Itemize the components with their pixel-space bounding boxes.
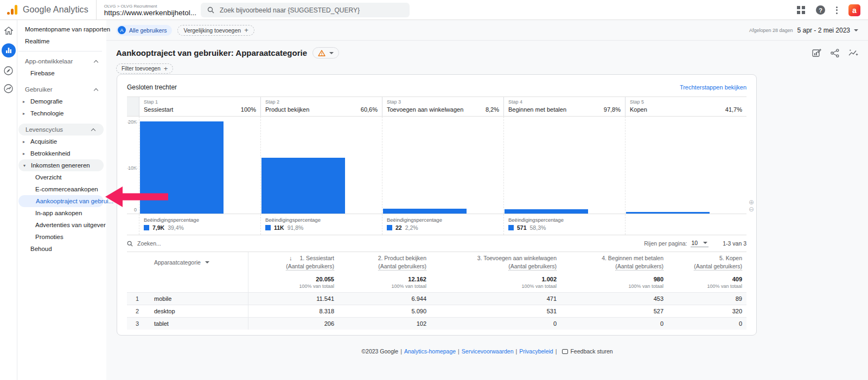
- sidebar-item-publisher-ads[interactable]: Advertenties van uitgever: [18, 219, 106, 231]
- feedback-icon: [562, 349, 568, 354]
- funnel-column: [382, 117, 503, 214]
- ga-home-link[interactable]: Google Analytics: [0, 0, 96, 20]
- abandonment-cell-empty: [625, 214, 746, 235]
- sidebar-item-retention[interactable]: Behoud: [18, 243, 106, 255]
- column-header[interactable]: 5. Kopen(Aantal gebruikers): [669, 252, 748, 273]
- account-breadcrumb: OLVG > OLVG Recruitment: [104, 4, 205, 9]
- funnel-bar[interactable]: [626, 212, 710, 214]
- zoom-in-icon[interactable]: ⊕: [749, 199, 754, 205]
- abandonment-cell: Beëindigingspercentage 11K91,8%: [260, 214, 382, 235]
- sidebar: Momentopname van rapporten Realtime App-…: [0, 20, 106, 380]
- terms-link[interactable]: Servicevoorwaarden: [462, 348, 514, 355]
- sidebar-section-user[interactable]: Gebruiker: [18, 83, 106, 95]
- legend-swatch: [144, 225, 149, 230]
- dimension-header[interactable]: Apparaatcategorie: [127, 252, 248, 273]
- data-quality-indicator[interactable]: [312, 47, 339, 59]
- zoom-out-icon[interactable]: ⊖: [749, 207, 754, 212]
- analytics-home-link[interactable]: Analytics-homepage: [404, 348, 456, 355]
- privacy-link[interactable]: Privacybeleid: [519, 348, 553, 355]
- table-search-input[interactable]: [137, 240, 246, 247]
- rows-per-page-label: Rijen per pagina:: [644, 240, 687, 247]
- share-icon[interactable]: [831, 49, 839, 57]
- home-icon[interactable]: [4, 27, 13, 35]
- chevron-down-icon: [854, 29, 858, 31]
- annotation-arrow: [104, 185, 169, 209]
- sidebar-item-demographics[interactable]: ▸Demografie: [18, 95, 106, 107]
- legend-swatch: [387, 225, 392, 230]
- sidebar-item-ecommerce-purchases[interactable]: E-commerceaankopen: [18, 183, 106, 195]
- topbar: Google Analytics OLVG > OLVG Recruitment…: [0, 0, 868, 20]
- column-header[interactable]: 3. Toevoegen aan winkelwagen(Aantal gebr…: [432, 252, 562, 273]
- account-switcher[interactable]: OLVG > OLVG Recruitment https://www.werk…: [97, 3, 208, 17]
- send-feedback-link[interactable]: Feedback sturen: [570, 348, 612, 355]
- table-search[interactable]: [127, 240, 644, 247]
- funnel-bar[interactable]: [383, 209, 467, 214]
- sidebar-item-in-app-purchases[interactable]: In-app aankopen: [18, 207, 106, 219]
- explore-icon[interactable]: [4, 66, 13, 75]
- view-funnel-steps-link[interactable]: Trechterstappen bekijken: [680, 84, 746, 91]
- y-tick-line: [127, 122, 138, 123]
- left-rail: [0, 20, 17, 380]
- rows-per-page-select[interactable]: 10: [691, 240, 709, 247]
- funnel-bar[interactable]: [505, 209, 588, 214]
- add-comparison-chip[interactable]: Vergelijking toevoegen+: [177, 25, 254, 36]
- y-tick-line: [127, 168, 138, 169]
- advertising-icon[interactable]: [4, 84, 13, 93]
- chevron-down-icon: [205, 261, 209, 263]
- pagination-status: 1-3 van 3: [723, 240, 746, 247]
- ga-logo-icon: [7, 4, 18, 15]
- help-icon[interactable]: ?: [816, 5, 825, 15]
- report-area: A Alle gebruikers Vergelijking toevoegen…: [106, 20, 868, 380]
- sidebar-item-overview[interactable]: Overzicht: [18, 171, 106, 183]
- funnel-bar[interactable]: [261, 158, 345, 214]
- table-row[interactable]: 2desktop 8.318 5.090 531 527 320: [127, 305, 746, 317]
- sidebar-item-acquisition[interactable]: ▸Acquisitie: [18, 136, 106, 147]
- more-options-icon[interactable]: [836, 7, 838, 14]
- sidebar-item-firebase[interactable]: Firebase: [18, 67, 106, 79]
- apps-grid-icon[interactable]: [797, 6, 805, 14]
- search-icon: [127, 241, 133, 247]
- tree-expanded-icon: ▾: [23, 163, 31, 168]
- audience-chip[interactable]: A Alle gebruikers: [116, 25, 172, 36]
- sidebar-item-technology[interactable]: ▸Technologie: [18, 107, 106, 119]
- nav-divider: [18, 51, 102, 51]
- table-row[interactable]: 3tablet 206 102 0 0 0: [127, 317, 746, 330]
- google-analytics-app: Google Analytics OLVG > OLVG Recruitment…: [0, 0, 868, 380]
- column-header[interactable]: 2. Product bekijken(Aantal gebruikers): [340, 252, 432, 273]
- brand-name: Google Analytics: [23, 5, 88, 15]
- sidebar-section-lifecycle[interactable]: Levenscyclus: [18, 124, 104, 136]
- tree-collapsed-icon: ▸: [23, 111, 30, 116]
- funnel-report-card: Gesloten trechter Trechterstappen bekijk…: [117, 74, 757, 336]
- funnel-step-header: Stap 3 Toevoegen aan winkelwagen8,2%: [382, 97, 503, 116]
- search-input[interactable]: [220, 7, 403, 14]
- axis-gutter: [127, 97, 139, 116]
- chevron-down-icon: [703, 242, 707, 244]
- column-header[interactable]: 4. Beginnen met betalen(Aantal gebruiker…: [562, 252, 669, 273]
- column-header[interactable]: ↓1. Sessiestart (Aantal gebruikers): [248, 252, 340, 273]
- sidebar-item-monetization[interactable]: ▾Inkomsten genereren: [18, 159, 104, 171]
- sidebar-item-promotions[interactable]: Promoties: [18, 231, 106, 243]
- edit-report-icon[interactable]: [812, 48, 821, 57]
- funnel-table: Apparaatcategorie ↓1. Sessiestart (Aanta…: [127, 252, 746, 330]
- funnel-step-header: Stap 4 Beginnen met betalen97,8%: [503, 97, 625, 116]
- abandonment-cell: Beëindigingspercentage 222,2%: [382, 214, 503, 235]
- funnel-step-header: Stap 2 Product bekijken60,6%: [260, 97, 382, 116]
- global-search[interactable]: [201, 3, 410, 17]
- add-filter-chip[interactable]: Filter toevoegen+: [116, 63, 173, 74]
- reports-icon[interactable]: [2, 43, 16, 57]
- copyright: ©2023 Google: [361, 348, 398, 355]
- table-row[interactable]: 1mobile 11.541 6.944 471 453 89: [127, 292, 746, 305]
- sidebar-item-snapshot[interactable]: Momentopname van rapporten: [18, 23, 106, 35]
- totals-row: 20.055100% van totaal 12.162100% van tot…: [127, 273, 746, 292]
- tree-collapsed-icon: ▸: [23, 139, 30, 144]
- search-icon: [207, 7, 214, 14]
- sidebar-item-realtime[interactable]: Realtime: [18, 35, 106, 47]
- sidebar-item-purchase-journey[interactable]: Aankooptraject van gebrui...: [18, 195, 104, 207]
- date-range-picker[interactable]: 5 apr - 2 mei 2023: [797, 27, 858, 34]
- chevron-down-icon: [329, 52, 334, 54]
- insights-icon[interactable]: [848, 49, 858, 57]
- plus-icon: +: [164, 65, 168, 72]
- sidebar-section-app-developer[interactable]: App-ontwikkelaar: [18, 55, 106, 67]
- sidebar-item-engagement[interactable]: ▸Betrokkenheid: [18, 147, 106, 159]
- account-avatar[interactable]: a: [848, 4, 860, 16]
